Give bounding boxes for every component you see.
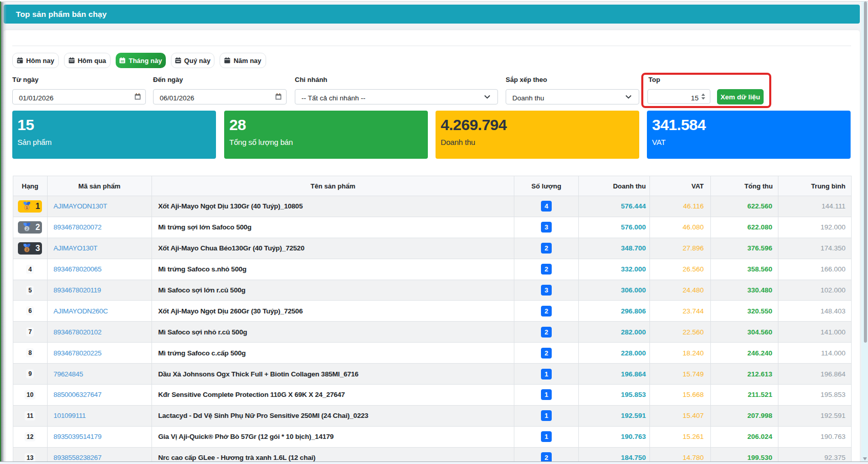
svg-text:2: 2 xyxy=(26,226,28,231)
svg-text:3: 3 xyxy=(26,247,28,252)
svg-text:1: 1 xyxy=(26,205,28,210)
